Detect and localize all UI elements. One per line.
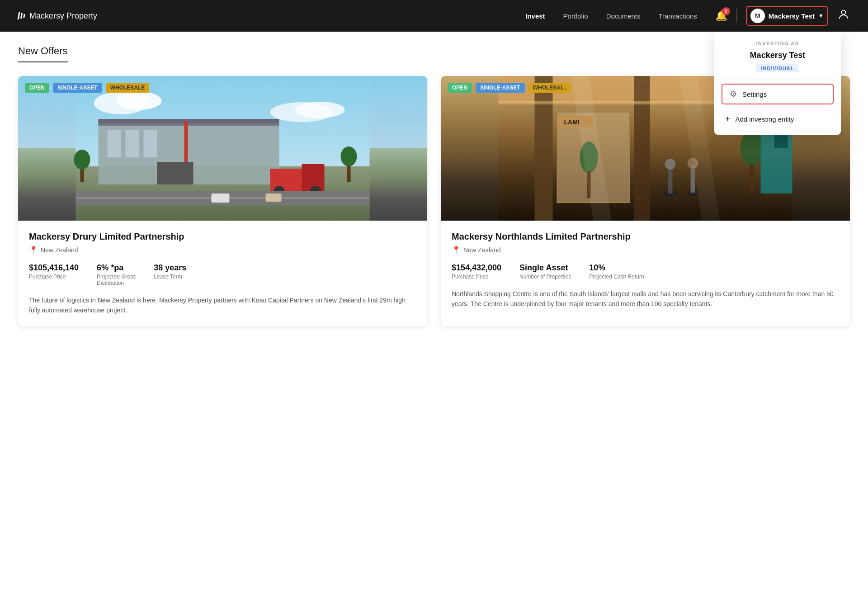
tag-open-1: OPEN (25, 83, 49, 93)
tag-open-2: OPEN (448, 83, 472, 93)
investing-as-label: INVESTING AS (714, 41, 841, 46)
logo: Mackersy Property (18, 11, 525, 21)
stat-value-0-drury: $105,416,140 (29, 263, 79, 273)
chevron-down-icon: ▼ (818, 13, 824, 19)
svg-rect-25 (212, 194, 230, 203)
stat-purchase-price-northlands: $154,432,000 Purchase Price (452, 263, 501, 280)
stat-label-1-northlands: Number of Properties (519, 274, 571, 280)
stat-value-1-drury: 6% *pa (97, 263, 136, 273)
svg-rect-10 (108, 130, 121, 157)
card-location-drury: 📍 New Zealand (29, 245, 416, 254)
svg-rect-14 (157, 162, 193, 184)
svg-point-4 (117, 92, 162, 110)
add-investing-entity-item[interactable]: + Add investing entity (714, 108, 841, 130)
stat-label-0-northlands: Purchase Price (452, 274, 501, 280)
individual-badge: INDIVIDUAL (756, 64, 800, 72)
header-right: 🔔 2 M Mackersy Test ▼ (715, 6, 850, 26)
svg-rect-30 (634, 76, 650, 221)
profile-icon[interactable] (837, 8, 850, 24)
svg-point-0 (841, 10, 845, 14)
card-stats-drury: $105,416,140 Purchase Price 6% *pa Proje… (29, 263, 416, 286)
stat-value-2-northlands: 10% (589, 263, 644, 273)
svg-point-22 (74, 150, 90, 170)
offer-card-drury[interactable]: OPEN SINGLE-ASSET WHOLESALE Mackersy Dru… (18, 76, 427, 326)
dropdown-user-name: Mackersy Test (714, 51, 841, 60)
tag-single-2: SINGLE-ASSET (476, 83, 525, 93)
add-entity-label: Add investing entity (736, 115, 794, 123)
dropdown-divider-1 (714, 80, 841, 80)
notifications-button[interactable]: 🔔 2 (715, 10, 727, 22)
svg-text:LAMI: LAMI (564, 118, 580, 126)
stat-label-1-drury: Projected GrossDistribution (97, 274, 136, 286)
avatar: M (750, 9, 765, 23)
stat-value-0-northlands: $154,432,000 (452, 263, 501, 273)
svg-rect-35 (668, 166, 673, 194)
stat-lease-term-drury: 38 years Lease Term (154, 263, 186, 286)
card-image-warehouse: OPEN SINGLE-ASSET WHOLESALE (18, 76, 427, 221)
stat-label-2-northlands: Projected Cash Return (589, 274, 644, 280)
card-tags-drury: OPEN SINGLE-ASSET WHOLESALE (25, 83, 149, 93)
stat-cash-return-northlands: 10% Projected Cash Return (589, 263, 644, 280)
settings-label: Settings (742, 90, 767, 98)
tag-wholesale-1: WHOLESALE (106, 83, 150, 93)
nav-transactions[interactable]: Transactions (659, 12, 697, 20)
nav-invest[interactable]: Invest (525, 12, 545, 20)
svg-rect-11 (126, 130, 139, 157)
svg-rect-43 (750, 164, 754, 194)
card-title-northlands: Mackersy Northlands Limited Partnership (452, 231, 839, 242)
stat-label-2-drury: Lease Term (154, 274, 186, 280)
svg-rect-26 (266, 194, 282, 202)
svg-rect-9 (99, 119, 279, 123)
logo-icon (18, 12, 25, 19)
svg-point-24 (341, 146, 357, 166)
warehouse-svg (18, 76, 427, 221)
user-menu-button[interactable]: M Mackersy Test ▼ (746, 6, 828, 26)
card-body-drury: Mackersy Drury Limited Partnership 📍 New… (18, 221, 427, 326)
svg-point-42 (741, 130, 763, 166)
main-nav: Invest Portfolio Documents Transactions (525, 12, 697, 20)
gear-icon: ⚙ (730, 89, 737, 99)
location-icon-northlands: 📍 (452, 245, 461, 254)
tag-single-1: SINGLE-ASSET (53, 83, 102, 93)
stat-value-1-northlands: Single Asset (519, 263, 571, 273)
settings-menu-item[interactable]: ⚙ Settings (722, 84, 834, 104)
page-title: New Offers (18, 45, 68, 62)
nav-documents[interactable]: Documents (606, 12, 641, 20)
svg-point-36 (665, 159, 676, 170)
card-stats-northlands: $154,432,000 Purchase Price Single Asset… (452, 263, 839, 280)
user-name-label: Mackersy Test (769, 12, 815, 20)
card-description-drury: The future of logistics in New Zealand i… (29, 295, 416, 316)
card-title-drury: Mackersy Drury Limited Partnership (29, 231, 416, 242)
card-body-northlands: Mackersy Northlands Limited Partnership … (441, 221, 850, 320)
stat-label-0-drury: Purchase Price (29, 274, 79, 280)
tag-wholesale-2: WHOLESAI... (528, 83, 571, 93)
notifications-badge: 2 (722, 7, 730, 15)
header-divider (736, 9, 737, 23)
svg-rect-29 (535, 76, 553, 221)
header: Mackersy Property Invest Portfolio Docum… (0, 0, 868, 32)
card-description-northlands: Northlands Shopping Centre is one of the… (452, 289, 839, 309)
stat-properties-northlands: Single Asset Number of Properties (519, 263, 571, 280)
stat-purchase-price-drury: $105,416,140 Purchase Price (29, 263, 79, 286)
nav-portfolio[interactable]: Portfolio (563, 12, 588, 20)
svg-rect-12 (144, 130, 157, 157)
stat-distribution-drury: 6% *pa Projected GrossDistribution (97, 263, 136, 286)
stat-value-2-drury: 38 years (154, 263, 186, 273)
svg-point-6 (295, 102, 345, 118)
card-location-text-northlands: New Zealand (463, 246, 501, 254)
card-location-text-drury: New Zealand (41, 246, 78, 254)
location-icon-drury: 📍 (29, 245, 38, 254)
card-location-northlands: 📍 New Zealand (452, 245, 839, 254)
investing-dropdown: INVESTING AS Mackersy Test INDIVIDUAL ⚙ … (714, 32, 841, 135)
logo-text: Mackersy Property (29, 11, 97, 21)
plus-icon: + (725, 114, 730, 124)
card-tags-northlands: OPEN SINGLE-ASSET WHOLESAI... (448, 83, 571, 93)
